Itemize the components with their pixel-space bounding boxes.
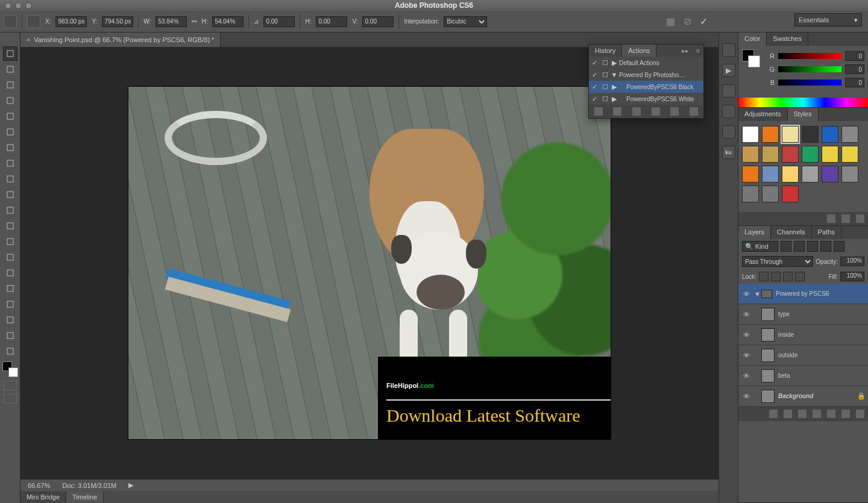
document-canvas[interactable]: FileHippol.com Download Latest Software <box>128 87 611 439</box>
tab-swatches[interactable]: Swatches <box>767 33 808 46</box>
style-swatch[interactable] <box>782 166 799 183</box>
panel-menu-icon[interactable]: ≡ <box>693 45 703 57</box>
layer-row[interactable]: 👁type <box>738 304 868 325</box>
fill-field[interactable]: 100% <box>840 272 864 281</box>
layer-mask-icon[interactable] <box>798 410 807 418</box>
dock-icon-paragraph[interactable] <box>722 105 735 118</box>
tab-adjustments[interactable]: Adjustments <box>738 108 788 121</box>
new-layer-icon[interactable] <box>841 410 850 418</box>
screen-mode-icon[interactable] <box>4 394 17 404</box>
layer-fx-icon[interactable] <box>784 410 792 418</box>
workspace-switcher[interactable]: Essentials▾ <box>794 13 862 27</box>
close-tab-icon[interactable]: × <box>27 36 30 43</box>
commit-transform-icon[interactable]: ✓ <box>700 16 708 27</box>
style-swatch[interactable] <box>802 126 819 143</box>
hand-tool[interactable] <box>3 328 17 343</box>
quick-select-tool[interactable] <box>3 93 17 108</box>
visibility-icon[interactable]: 👁 <box>738 311 754 318</box>
style-swatch[interactable] <box>822 166 838 183</box>
layer-row[interactable]: 👁outside <box>738 345 868 366</box>
quick-mask-icon[interactable] <box>4 381 17 390</box>
dock-icon-histogram[interactable] <box>722 43 735 57</box>
visibility-icon[interactable]: 👁 <box>738 290 754 298</box>
filter-smart-icon[interactable] <box>834 241 844 252</box>
filter-adjust-icon[interactable] <box>794 241 805 252</box>
dock-icon-play[interactable]: ▶ <box>722 64 735 77</box>
link-icon[interactable]: ⚯ <box>192 18 197 25</box>
path-select-tool[interactable] <box>3 297 17 311</box>
type-tool[interactable] <box>3 281 17 296</box>
style-swatch[interactable] <box>841 126 858 143</box>
h-field[interactable] <box>212 16 244 27</box>
zoom-tool[interactable] <box>3 344 17 358</box>
style-swatch[interactable] <box>762 146 779 163</box>
delete-layer-icon[interactable] <box>856 410 864 418</box>
shape-tool[interactable] <box>3 313 17 327</box>
blend-mode-select[interactable]: Pass Through <box>742 256 813 267</box>
interpolation-select[interactable]: Bicubic <box>444 16 487 27</box>
style-swatch[interactable] <box>742 166 759 183</box>
lock-trans-icon[interactable] <box>759 272 769 281</box>
delete-style-icon[interactable] <box>856 214 864 223</box>
style-swatch[interactable] <box>762 126 779 143</box>
style-swatch[interactable] <box>742 126 759 143</box>
action-row[interactable]: ✓☐▶PoweredByPSCS6 Black <box>589 81 703 93</box>
opacity-field[interactable]: 100% <box>840 257 864 266</box>
collapse-icon[interactable]: ▸▸ <box>678 45 693 57</box>
layer-row[interactable]: 👁▼Powered by PSCS6 <box>738 284 868 304</box>
delete-action-icon[interactable] <box>690 107 698 116</box>
crop-tool[interactable] <box>3 109 17 123</box>
r-field[interactable] <box>845 51 864 61</box>
new-style-icon[interactable] <box>841 214 850 223</box>
eyedropper-tool[interactable] <box>3 125 17 139</box>
dock-icon-brush[interactable] <box>722 125 735 139</box>
play-icon[interactable] <box>632 107 641 116</box>
healing-tool[interactable] <box>3 140 17 155</box>
dialog-icon[interactable]: ☐ <box>600 95 611 103</box>
actions-panel[interactable]: History Actions ▸▸ ≡ ✓☐▶Default Actions✓… <box>588 44 704 119</box>
color-spectrum[interactable] <box>738 98 868 107</box>
action-row[interactable]: ✓☐▶Default Actions <box>589 57 703 69</box>
b-field[interactable] <box>845 78 864 87</box>
layer-row[interactable]: 👁beta <box>738 366 868 386</box>
fg-bg-swatch[interactable] <box>2 361 18 377</box>
style-swatch[interactable] <box>762 166 779 183</box>
skew-v-field[interactable] <box>362 16 394 27</box>
filter-type-icon[interactable] <box>807 241 818 252</box>
style-swatch[interactable] <box>742 146 759 163</box>
new-set-icon[interactable] <box>652 107 660 116</box>
style-swatch[interactable] <box>841 146 858 163</box>
tab-history[interactable]: History <box>589 45 622 57</box>
warp-icon[interactable]: ▦ <box>666 16 675 27</box>
action-row[interactable]: ✓☐▶PoweredByPSCS6 White <box>589 93 703 105</box>
zoom-readout[interactable]: 66.67% <box>28 482 50 489</box>
toggle-icon[interactable]: ✓ <box>589 83 600 91</box>
visibility-icon[interactable]: 👁 <box>738 372 754 380</box>
g-field[interactable] <box>845 64 864 74</box>
reference-point-icon[interactable] <box>27 15 40 28</box>
g-slider[interactable] <box>778 66 841 72</box>
tab-color[interactable]: Color <box>738 33 767 46</box>
b-slider[interactable] <box>778 80 841 86</box>
blur-tool[interactable] <box>3 234 17 249</box>
layer-filter-kind[interactable]: 🔍 Kind <box>742 241 778 252</box>
filter-shape-icon[interactable] <box>820 241 831 252</box>
style-swatch[interactable] <box>802 146 819 163</box>
angle-field[interactable] <box>263 16 295 27</box>
style-swatch[interactable] <box>841 166 858 183</box>
adjustment-layer-icon[interactable] <box>813 410 821 418</box>
visibility-icon[interactable]: 👁 <box>738 331 754 339</box>
pen-tool[interactable] <box>3 266 17 280</box>
style-swatch[interactable] <box>822 146 838 163</box>
link-layers-icon[interactable] <box>769 410 778 418</box>
history-brush-tool[interactable] <box>3 187 17 202</box>
tab-paths[interactable]: Paths <box>812 226 841 239</box>
style-swatch[interactable] <box>762 186 779 202</box>
lock-pixel-icon[interactable] <box>771 272 781 281</box>
visibility-icon[interactable]: 👁 <box>738 352 754 359</box>
tab-mini-bridge[interactable]: Mini Bridge <box>20 492 66 502</box>
cancel-transform-icon[interactable]: ⊘ <box>684 16 691 27</box>
status-flyout-icon[interactable]: ▶ <box>128 481 133 489</box>
marquee-tool[interactable] <box>3 62 17 77</box>
doc-size-readout[interactable]: Doc: 3.01M/3.01M <box>62 482 116 489</box>
